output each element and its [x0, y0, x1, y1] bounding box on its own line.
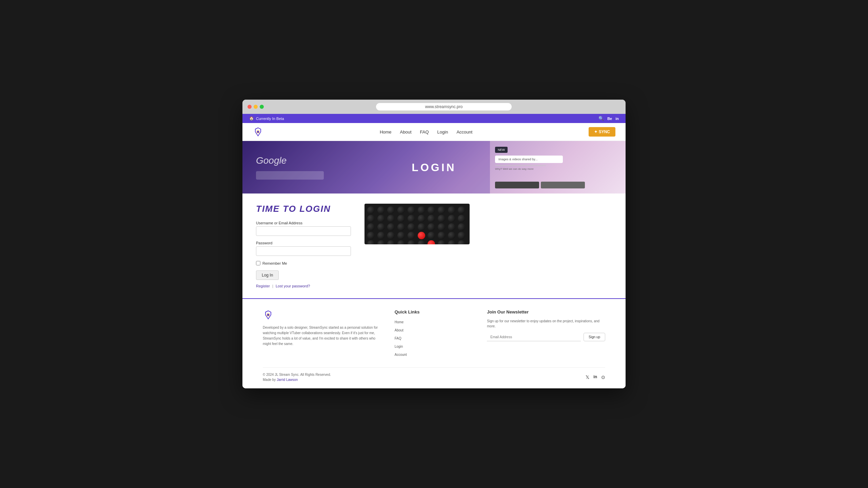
nav-about[interactable]: About: [400, 129, 412, 135]
twitter-icon[interactable]: 𝕏: [586, 374, 589, 380]
username-input[interactable]: [256, 226, 351, 236]
address-bar[interactable]: www.streamsync.pro: [376, 103, 512, 110]
berry-item: [458, 223, 465, 231]
berry-item: [377, 206, 385, 214]
berries-image: [364, 204, 470, 244]
berry-item: [397, 206, 405, 214]
berry-item: [418, 223, 425, 231]
remember-row: Remember Me: [256, 261, 351, 265]
nav-faq[interactable]: FAQ: [420, 129, 429, 135]
home-icon: 🏠: [249, 116, 254, 121]
berry-item: [397, 215, 405, 222]
berry-item: [438, 223, 445, 231]
register-link[interactable]: Register: [256, 284, 270, 288]
navbar-links: Home About FAQ Login Account: [380, 129, 472, 135]
footer-quick-links: Quick Links Home About FAQ Login Account: [395, 309, 474, 357]
svg-point-0: [257, 131, 259, 133]
browser-content: 🏠 Currently In Beta 🔍 Be in Home About: [242, 114, 626, 388]
footer-link-account-anchor[interactable]: Account: [395, 353, 407, 357]
berry-item: [448, 240, 455, 244]
footer-newsletter: Join Our Newsletter Sign up for our news…: [487, 309, 605, 357]
footer-social: 𝕏 in ⊙: [586, 374, 605, 380]
berry-item: [387, 215, 395, 222]
berry-item: [438, 215, 445, 222]
made-by-link[interactable]: Jarrid Lawson: [277, 378, 298, 382]
hero-right: NEW Images & videos shared by... Why? We…: [490, 141, 626, 194]
berry-item: [418, 206, 425, 214]
berry-item: [408, 223, 415, 231]
hero-bottom-bars: [495, 182, 620, 188]
hero-overlay: Google LOGIN NEW Images & videos shared …: [242, 141, 626, 194]
berry-item: [428, 206, 435, 214]
instagram-icon[interactable]: ⊙: [601, 374, 605, 380]
berry-item: [408, 232, 415, 239]
footer-bottom: © 2024 JL Stream Sync. All Rights Reserv…: [263, 367, 605, 382]
remember-checkbox[interactable]: [256, 261, 260, 265]
footer-link-login-anchor[interactable]: Login: [395, 345, 403, 348]
browser-dot-green[interactable]: [260, 105, 264, 109]
login-title: LOGIN: [412, 161, 456, 174]
berry-item: [387, 240, 395, 244]
hero-dark-badge: NEW: [495, 147, 508, 153]
berry-item: [377, 215, 385, 222]
berry-item: [387, 232, 395, 239]
berry-item: [418, 232, 425, 239]
footer-link-about: About: [395, 327, 474, 333]
navbar: Home About FAQ Login Account ✦ SYNC: [242, 123, 626, 141]
berry-item: [458, 206, 465, 214]
sync-button[interactable]: ✦ SYNC: [589, 127, 615, 137]
footer: Developed by a solo designer, StreamSync…: [242, 299, 626, 388]
berry-item: [367, 215, 375, 222]
berry-item: [397, 240, 405, 244]
remember-label: Remember Me: [262, 261, 287, 265]
berry-item: [448, 215, 455, 222]
berry-item: [408, 215, 415, 222]
footer-link-about-anchor[interactable]: About: [395, 328, 403, 332]
berry-item: [448, 206, 455, 214]
browser-dot-red[interactable]: [248, 105, 252, 109]
lost-password-link[interactable]: Lost your password?: [276, 284, 310, 288]
footer-grid: Developed by a solo designer, StreamSync…: [263, 309, 605, 357]
nav-login[interactable]: Login: [437, 129, 448, 135]
footer-logo: [263, 309, 275, 322]
linkedin-footer-icon[interactable]: in: [593, 374, 597, 380]
berry-item: [367, 206, 375, 214]
berry-item: [397, 223, 405, 231]
login-button[interactable]: Log In: [256, 270, 279, 280]
berry-item: [448, 232, 455, 239]
footer-link-faq-anchor[interactable]: FAQ: [395, 337, 401, 340]
linkedin-icon[interactable]: in: [615, 117, 619, 121]
footer-link-login: Login: [395, 343, 474, 349]
newsletter-desc: Sign up for our newsletter to enjoy upda…: [487, 319, 605, 329]
password-input[interactable]: [256, 246, 351, 256]
berry-item: [428, 223, 435, 231]
berry-item: [458, 232, 465, 239]
search-icon[interactable]: 🔍: [598, 116, 604, 121]
footer-brand: Developed by a solo designer, StreamSync…: [263, 309, 381, 357]
made-by: Made by Jarrid Lawson: [263, 378, 331, 382]
berry-item: [458, 215, 465, 222]
berry-item: [448, 223, 455, 231]
form-links: Register | Lost your password?: [256, 284, 351, 288]
berry-item: [377, 240, 385, 244]
nav-home[interactable]: Home: [380, 129, 392, 135]
berry-item: [367, 223, 375, 231]
browser-dot-yellow[interactable]: [254, 105, 258, 109]
behance-icon[interactable]: Be: [607, 117, 612, 121]
announcement-icons: 🔍 Be in: [598, 116, 619, 121]
announcement-left: 🏠 Currently In Beta: [249, 116, 284, 121]
berry-item: [367, 232, 375, 239]
newsletter-signup-button[interactable]: Sign up: [584, 333, 605, 341]
berry-item: [408, 240, 415, 244]
nav-account[interactable]: Account: [456, 129, 472, 135]
announcement-bar: 🏠 Currently In Beta 🔍 Be in: [242, 114, 626, 123]
berry-item: [387, 206, 395, 214]
footer-link-account: Account: [395, 351, 474, 357]
main-content: TIME TO LOGIN Username or Email Address …: [242, 194, 626, 298]
newsletter-email-input[interactable]: [487, 333, 581, 341]
browser-chrome: www.streamsync.pro: [242, 100, 626, 114]
footer-link-home-anchor[interactable]: Home: [395, 320, 404, 324]
berry-item: [428, 240, 435, 244]
footer-link-faq: FAQ: [395, 335, 474, 341]
svg-point-1: [267, 314, 269, 316]
